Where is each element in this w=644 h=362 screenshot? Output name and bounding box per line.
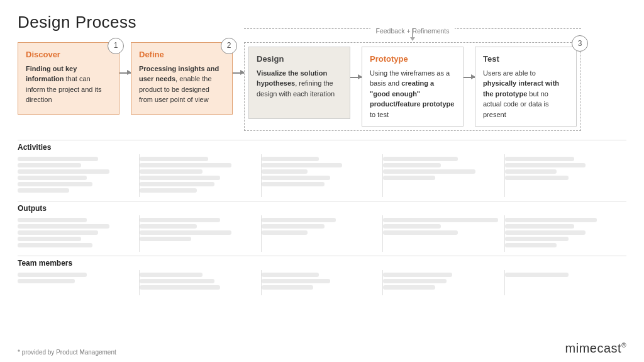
page: Design Process Discover Finding out key … [0,0,644,362]
step-desc-test: Users are able to physically interact wi… [483,68,569,120]
activities-col-3 [262,154,384,197]
outputs-section: Outputs [18,201,626,252]
outputs-divider [18,201,626,201]
step-define: Define Processing insights and user need… [131,42,233,115]
outputs-col-5 [505,215,626,252]
footer-note: * provided by Product Management [18,349,116,356]
team-content [18,270,626,295]
activities-col-2 [140,154,262,197]
step-number-3: 3 [572,35,588,52]
footer: * provided by Product Management mimecas… [18,341,626,356]
outputs-col-2 [140,215,262,252]
team-col-1-text [18,273,133,283]
step-desc-prototype: Using the wireframes as a basis and crea… [370,68,455,120]
activities-col-4 [383,154,505,197]
step-number-2: 2 [221,38,237,54]
arrow-line-1 [119,72,131,74]
step-box-discover: Discover Finding out key information tha… [18,42,119,115]
arrow-line-3 [350,77,362,78]
outputs-col-5-text [505,218,620,247]
team-col-2-text [140,273,255,290]
dashed-group: Feedback + Refinements Design Visualize … [244,42,581,131]
outputs-col-3 [262,215,384,252]
step-title-define: Define [139,49,225,61]
feedback-arrowhead [410,37,415,41]
activities-col-1 [18,154,140,197]
feedback-arrow [410,28,415,41]
activities-col-5 [505,154,626,197]
activities-col-1-text [18,157,133,193]
step-title-test: Test [483,54,569,65]
step-box-prototype: Prototype Using the wireframes as a basi… [362,47,464,127]
outputs-title: Outputs [18,204,626,213]
team-col-3-text [262,273,377,290]
step-box-define: Define Processing insights and user need… [131,42,233,115]
process-flow: Discover Finding out key information tha… [18,42,626,131]
group-dashed-inner: Design Visualize the solution hypotheses… [244,42,581,131]
step-test: Test Users are able to physically intera… [475,47,577,127]
arrow-line-4 [464,77,475,78]
activities-title: Activities [18,143,626,152]
activities-section: Activities [18,140,626,197]
team-title: Team members [18,259,626,268]
step-discover: Discover Finding out key information tha… [18,42,119,115]
activities-col-3-text [262,157,377,186]
feedback-arrow-stem [412,28,413,37]
arrow-design-prototype [350,77,362,78]
outputs-col-3-text [262,218,377,235]
arrow-prototype-test [464,77,475,78]
outputs-content [18,215,626,252]
step-desc-discover: Finding out key information that can inf… [26,64,111,105]
arrow-2-group [233,72,244,74]
team-col-4 [383,270,505,295]
team-divider [18,256,626,256]
step-title-discover: Discover [26,49,111,61]
step-desc-design: Visualize the solution hypotheses, refin… [257,68,342,99]
activities-content [18,154,626,197]
team-section: Team members [18,256,626,295]
team-col-5 [505,270,626,295]
step-box-test: Test Users are able to physically intera… [475,47,577,127]
step-design: Design Visualize the solution hypotheses… [248,47,350,119]
step-box-design: Design Visualize the solution hypotheses… [248,47,350,119]
outputs-col-4-text [383,218,498,235]
team-col-4-text [383,273,498,290]
arrow-line-2 [233,72,244,74]
outputs-col-4 [383,215,505,252]
mimecast-logo: mimecast® [565,341,626,356]
team-col-2 [140,270,262,295]
activities-col-5-text [505,157,620,180]
outputs-col-1-text [18,218,133,247]
arrow-1-2 [119,72,131,74]
team-col-1 [18,270,140,295]
logo-text: mimecast® [565,341,626,355]
step-number-1: 1 [108,38,124,54]
activities-col-2-text [140,157,255,193]
step-desc-define: Processing insights and user needs, enab… [139,64,225,105]
team-col-3 [262,270,384,295]
outputs-col-2-text [140,218,255,241]
activities-col-4-text [383,157,498,180]
outputs-col-1 [18,215,140,252]
activities-divider [18,140,626,140]
step-title-design: Design [257,54,342,65]
team-col-5-text [505,273,620,277]
step-title-prototype: Prototype [370,54,455,65]
step-prototype: Prototype Using the wireframes as a basi… [362,47,464,127]
